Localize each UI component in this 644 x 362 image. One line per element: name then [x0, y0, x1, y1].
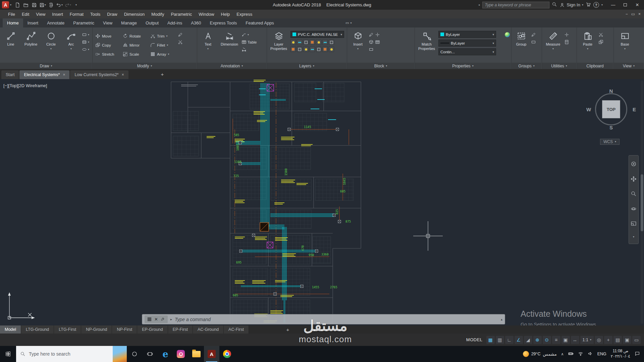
panel-label-clipboard[interactable]: Clipboard	[577, 63, 613, 69]
panel-label-annotation[interactable]: Annotation▾	[197, 63, 266, 69]
zoom-extents-icon[interactable]	[631, 191, 637, 198]
layout-tab[interactable]: AC-Ground	[193, 325, 224, 334]
menu-item[interactable]: Edit	[18, 10, 33, 18]
layout-tab[interactable]: Model	[0, 325, 21, 334]
text-button[interactable]: Text▾	[199, 29, 217, 62]
command-wrench-icon[interactable]	[160, 317, 165, 322]
menu-item[interactable]: File	[5, 10, 18, 18]
search-highlight-thumbnail[interactable]	[113, 346, 127, 362]
taskbar-clock[interactable]: 11:08 ص ٢٠٢٢/١٠/٠٤	[611, 349, 630, 359]
match-properties-button[interactable]: Match Properties	[416, 29, 437, 62]
polar-tracking-icon[interactable]: ∠	[515, 336, 523, 344]
doc-restore-icon[interactable]: ▭	[631, 12, 635, 16]
graphics-performance-icon[interactable]: ▣	[623, 336, 631, 344]
ribbon-tab[interactable]: Add-ins	[163, 18, 186, 27]
help-icon[interactable]: ?	[593, 2, 599, 8]
annotation-style-button[interactable]	[241, 47, 257, 52]
viewcube[interactable]: N S W E TOP	[593, 91, 630, 128]
viewport-controls-label[interactable]: [−][Top][2D Wireframe]	[3, 83, 47, 88]
cut-button[interactable]	[598, 32, 603, 37]
scrollbar-thumb[interactable]	[641, 174, 643, 231]
drawing-viewport[interactable]: 5851145150010051108725184560582587567095…	[0, 79, 644, 325]
command-cancel-icon[interactable]: ✕	[154, 317, 158, 322]
battery-icon[interactable]	[568, 351, 574, 357]
linetype-dropdown[interactable]: Contin... ▾	[438, 48, 496, 55]
ortho-mode-icon[interactable]: ∟	[505, 336, 514, 344]
group-edit-button[interactable]	[531, 32, 536, 37]
full-navigation-wheel-icon[interactable]	[631, 161, 637, 168]
menu-item[interactable]: View	[33, 10, 49, 18]
file-tab[interactable]: Start	[1, 70, 19, 79]
customization-gear-icon[interactable]: ◎	[595, 336, 603, 344]
rotate-button[interactable]: Rotate	[121, 32, 149, 41]
layer-thaw-icon[interactable]	[303, 47, 309, 52]
ribbon-tab[interactable]: Output	[141, 18, 163, 27]
taskbar-chrome[interactable]	[219, 346, 235, 362]
qat-customize-button[interactable]: ▾	[72, 1, 80, 9]
layout-tab[interactable]: NP-First	[112, 325, 137, 334]
orbit-icon[interactable]	[631, 206, 637, 213]
taskbar-file-explorer[interactable]	[189, 346, 204, 362]
lineweight-dropdown[interactable]: ByLayer ▾	[438, 40, 496, 47]
grid-display-icon[interactable]: ▦	[486, 336, 495, 344]
command-history-icon[interactable]: ▴	[501, 317, 502, 321]
menu-item[interactable]: Modify	[148, 10, 167, 18]
clean-screen-icon[interactable]: ▭	[632, 336, 641, 344]
menu-item[interactable]: Help	[218, 10, 233, 18]
copy-clip-button[interactable]	[598, 40, 603, 45]
base-button[interactable]: Base▾	[615, 29, 635, 62]
layout-tab[interactable]: NP-Ground	[81, 325, 112, 334]
stretch-button[interactable]: Stretch	[94, 50, 121, 59]
panel-label-draw[interactable]: Draw▾	[0, 63, 92, 69]
weather-widget[interactable]: 29°C مشمس	[523, 351, 557, 357]
layer-freeze-icon[interactable]	[303, 40, 309, 45]
pan-icon[interactable]	[631, 176, 637, 183]
insert-button[interactable]: Insert▾	[348, 29, 367, 62]
leader-button[interactable]: ▾	[241, 32, 257, 37]
menu-item[interactable]: Tools	[87, 10, 104, 18]
rectangle-flyout-button[interactable]: ▾	[82, 32, 89, 37]
ungroup-button[interactable]	[531, 40, 536, 45]
panel-label-modify[interactable]: Modify▾	[93, 63, 197, 69]
close-tab-icon[interactable]: ×	[63, 72, 65, 77]
ribbon-tab[interactable]: A360	[186, 18, 205, 27]
block-editor-button[interactable]	[375, 40, 380, 45]
new-tab-button[interactable]: +	[158, 70, 166, 78]
layout-tab[interactable]: LTG-First	[54, 325, 81, 334]
polyline-button[interactable]: Polyline	[21, 29, 40, 62]
measure-button[interactable]: Measure▾	[543, 29, 563, 62]
layer-lock-icon[interactable]	[310, 40, 315, 45]
taskbar-search-box[interactable]	[16, 346, 127, 362]
osnap-tracking-icon[interactable]: ⊕	[533, 336, 542, 344]
layer-on-icon[interactable]	[290, 47, 296, 52]
wcs-menu[interactable]: WCS▾	[600, 139, 620, 145]
layer-properties-button[interactable]: Layer Properties	[268, 29, 289, 62]
erase-flyout-button[interactable]	[178, 32, 183, 37]
dimension-button[interactable]: Dimension	[219, 29, 240, 62]
paste-button[interactable]: Paste▾	[578, 29, 597, 62]
circle-button[interactable]: Circle▾	[42, 29, 60, 62]
sign-in-button[interactable]: Sign In ▾	[559, 2, 583, 8]
layer-current-icon[interactable]	[316, 47, 321, 52]
define-attribute-button[interactable]	[369, 47, 374, 52]
layer-prev-icon[interactable]	[322, 40, 328, 45]
task-view-button[interactable]	[142, 346, 158, 362]
materials-sphere-icon[interactable]	[505, 32, 510, 37]
arc-button[interactable]: Arc▾	[62, 29, 80, 62]
file-tab[interactable]: Low Current Systems2* ×	[70, 70, 128, 79]
model-space-button[interactable]: MODEL	[466, 337, 483, 342]
layer-walk-icon[interactable]	[322, 47, 328, 52]
file-tab[interactable]: Electrical Systems* ×	[19, 70, 69, 79]
ribbon-display-toggle[interactable]: ▭▾	[345, 18, 352, 27]
open-file-button[interactable]	[22, 1, 30, 9]
taskbar-search-input[interactable]	[29, 351, 109, 357]
language-indicator[interactable]: ENG	[597, 352, 606, 356]
app-menu-button[interactable]: A ▾	[0, 0, 13, 10]
menu-item[interactable]: Window	[195, 10, 217, 18]
scale-button[interactable]: Scale	[121, 50, 149, 59]
object-snap-icon[interactable]: ⊙	[543, 336, 551, 344]
array-button[interactable]: Array▾	[149, 50, 176, 59]
layer-unisolate-icon[interactable]	[297, 47, 302, 52]
ellipse-flyout-button[interactable]: ▾	[82, 47, 89, 52]
minimize-button[interactable]: —	[607, 0, 619, 10]
